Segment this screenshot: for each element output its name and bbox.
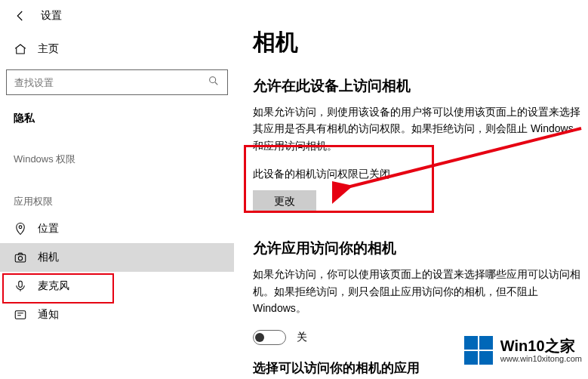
sidebar-item-label: 相机 [38, 251, 59, 264]
svg-point-3 [18, 257, 22, 260]
page-title: 相机 [253, 27, 585, 58]
windows-logo-icon [464, 335, 494, 365]
section1-title: 允许在此设备上访问相机 [253, 76, 585, 96]
sidebar-item-microphone[interactable]: 麦克风 [0, 272, 234, 300]
change-button[interactable]: 更改 [253, 190, 316, 213]
cutoff-section-title: 选择可以访问你的相机的应用 [253, 359, 420, 377]
sidebar-item-label: 通知 [38, 308, 59, 322]
home-row[interactable]: 主页 [0, 36, 234, 62]
svg-rect-5 [15, 311, 26, 319]
home-icon [14, 42, 27, 56]
section1-desc: 如果允许访问，则使用该设备的用户将可以使用该页面上的设置来选择其应用是否具有相机… [253, 103, 585, 154]
section2-desc: 如果允许访问，你可以使用该页面上的设置来选择哪些应用可以访问相机。如果拒绝访问，… [253, 266, 585, 316]
watermark-brand: Win10之家 [500, 337, 582, 354]
toggle-track[interactable] [253, 330, 286, 345]
back-icon[interactable] [14, 9, 27, 23]
sidebar-item-location[interactable]: 位置 [0, 214, 234, 243]
window-title: 设置 [41, 9, 62, 23]
toggle-label: 关 [297, 331, 307, 344]
category-title: 隐私 [0, 95, 234, 130]
camera-icon [14, 251, 27, 264]
svg-rect-4 [19, 281, 23, 287]
search-input[interactable] [14, 77, 208, 88]
home-label: 主页 [38, 42, 59, 56]
svg-point-0 [210, 77, 216, 83]
sidebar-item-label: 麦克风 [38, 279, 69, 293]
section2-title: 允许应用访问你的相机 [253, 239, 585, 258]
svg-rect-2 [15, 254, 26, 262]
sidebar-item-notifications[interactable]: 通知 [0, 300, 234, 329]
svg-point-1 [19, 226, 22, 229]
camera-access-status: 此设备的相机访问权限已关闭 [253, 168, 585, 181]
group-app-perm: 应用权限 [0, 172, 234, 214]
search-icon [208, 75, 220, 90]
notification-icon [14, 308, 27, 322]
sidebar-item-label: 位置 [38, 222, 59, 236]
watermark: Win10之家 www.win10xitong.com [464, 335, 582, 365]
location-icon [14, 222, 27, 236]
sidebar-item-camera[interactable]: 相机 [0, 243, 234, 272]
search-box[interactable] [6, 69, 228, 95]
microphone-icon [14, 279, 27, 293]
watermark-url: www.win10xitong.com [500, 354, 582, 363]
group-windows-perm: Windows 权限 [0, 130, 234, 172]
